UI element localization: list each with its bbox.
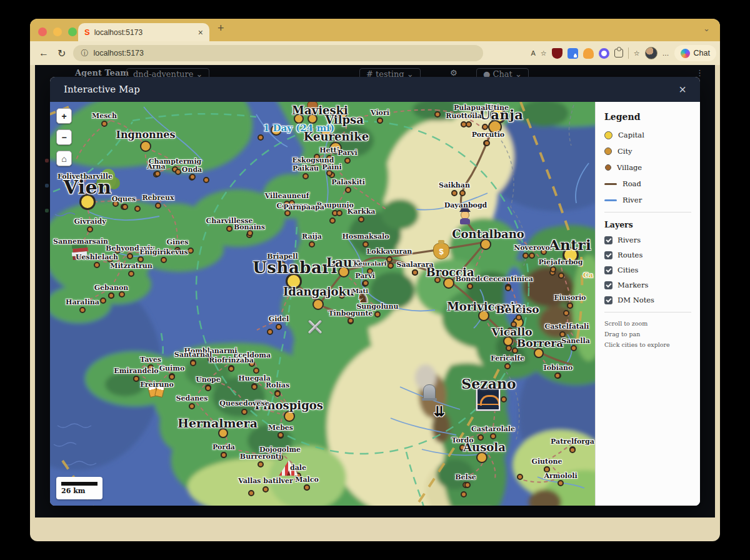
place-label[interactable]: Arna xyxy=(147,162,165,171)
place-label[interactable]: Viori xyxy=(371,109,389,117)
place-label[interactable]: Castelfatali xyxy=(545,322,589,331)
place-dot[interactable] xyxy=(190,360,196,366)
zoom-home-button[interactable]: ⌂ xyxy=(56,151,72,166)
checkbox-checked-icon[interactable] xyxy=(604,251,612,259)
place-label[interactable]: dale xyxy=(290,464,306,472)
place-label[interactable]: Burreronti xyxy=(240,452,281,461)
layer-toggle-routes[interactable]: Routes xyxy=(604,251,691,259)
copilot-chat-button[interactable]: Chat xyxy=(674,45,716,61)
place-dot[interactable] xyxy=(189,403,195,409)
place-label[interactable]: Guimo xyxy=(159,364,185,372)
place-dot[interactable] xyxy=(386,256,392,262)
place-dot[interactable] xyxy=(100,298,106,304)
place-label[interactable]: Porda xyxy=(212,443,235,451)
place-label[interactable]: Idangajoku xyxy=(283,285,354,298)
place-dot[interactable] xyxy=(434,111,441,118)
place-label[interactable]: Piejaferbog xyxy=(539,258,583,266)
place-dot[interactable] xyxy=(326,170,332,176)
place-label[interactable]: Lokkavuran xyxy=(367,248,412,256)
place-label[interactable]: Givraidy xyxy=(74,218,106,226)
place-label[interactable]: Armololi xyxy=(544,472,577,480)
place-dot[interactable] xyxy=(79,307,86,313)
place-label[interactable]: Hernalmera xyxy=(178,416,258,430)
fantasy-map[interactable]: 1 Day (24 mi)VienUshabariUanjaAntriIngno… xyxy=(50,102,595,506)
checkbox-checked-icon[interactable] xyxy=(604,281,612,289)
place-dot[interactable] xyxy=(267,329,273,335)
place-dot[interactable] xyxy=(128,271,134,277)
place-dot[interactable] xyxy=(221,452,227,458)
place-dot[interactable] xyxy=(461,491,467,498)
layer-toggle-rivers[interactable]: Rivers xyxy=(604,236,691,244)
place-label[interactable]: Parnpaapa xyxy=(283,203,324,211)
place-dot[interactable] xyxy=(278,432,284,438)
place-dot[interactable] xyxy=(484,140,490,146)
extensions-puzzle-icon[interactable] xyxy=(614,49,623,58)
money-bag-marker[interactable]: $ xyxy=(433,243,449,259)
place-label[interactable]: Noverovo xyxy=(514,244,550,252)
place-dot[interactable] xyxy=(258,461,264,468)
place-label[interactable]: Folivetbarville xyxy=(58,172,112,181)
place-dot[interactable] xyxy=(87,226,93,232)
favorite-star-icon[interactable]: ☆ xyxy=(541,48,547,59)
place-label[interactable]: Sezano xyxy=(461,376,516,392)
place-label[interactable]: Belciso xyxy=(496,303,539,316)
place-label[interactable]: Freiruno xyxy=(140,381,174,389)
place-label[interactable]: Ca xyxy=(583,271,593,279)
place-dot[interactable] xyxy=(506,345,512,351)
place-dot[interactable] xyxy=(251,384,258,390)
place-label[interactable]: Rebreux xyxy=(142,194,174,202)
place-label[interactable]: Emirandelo xyxy=(114,367,158,375)
place-label[interactable]: Onda xyxy=(182,166,202,174)
place-label[interactable]: Keurenike xyxy=(304,130,369,143)
place-dot[interactable] xyxy=(358,216,364,222)
place-label[interactable]: Bonains xyxy=(234,223,265,231)
place-label[interactable]: Mati xyxy=(352,288,368,294)
zoom-out-button[interactable]: − xyxy=(56,129,72,145)
place-label[interactable]: Hetti xyxy=(319,146,339,154)
place-dot[interactable] xyxy=(345,187,351,193)
channel-dropdown[interactable]: # testing ⌄ xyxy=(359,68,421,77)
place-label[interactable]: Pulapuaki xyxy=(454,104,492,112)
place-dot[interactable] xyxy=(302,173,309,179)
place-dot[interactable] xyxy=(189,174,196,180)
minimize-window-button[interactable] xyxy=(53,28,62,36)
place-dot[interactable] xyxy=(108,292,114,299)
place-dot[interactable] xyxy=(154,171,161,177)
place-dot[interactable] xyxy=(203,177,209,183)
place-label[interactable]: Malco xyxy=(295,476,319,484)
place-dot[interactable] xyxy=(344,158,351,164)
place-dot[interactable] xyxy=(567,302,573,309)
place-label[interactable]: Borrera xyxy=(517,337,563,349)
place-label[interactable]: Riofrinzaba xyxy=(209,356,254,364)
place-dot[interactable] xyxy=(558,272,564,279)
place-label[interactable]: Keuralari xyxy=(353,260,386,267)
place-dot[interactable] xyxy=(504,363,511,369)
place-dot[interactable] xyxy=(529,252,535,259)
place-label[interactable]: Saikhan xyxy=(439,181,470,189)
place-label[interactable]: Haralina xyxy=(66,298,99,306)
place-label[interactable]: Patrelforga xyxy=(551,438,594,446)
place-label[interactable]: Contalbano xyxy=(452,228,524,241)
place-dot[interactable] xyxy=(169,374,175,380)
zoom-in-button[interactable]: + xyxy=(56,108,72,124)
place-label[interactable]: Ueshlelach xyxy=(76,253,118,261)
place-dot[interactable] xyxy=(412,269,418,276)
close-icon[interactable]: × xyxy=(679,83,686,96)
place-label[interactable]: Briapell xyxy=(267,252,298,261)
place-label[interactable]: Parvi xyxy=(338,149,357,157)
place-dot[interactable] xyxy=(94,262,100,268)
workspace-dropdown[interactable]: dnd-adventure ⌄ xyxy=(126,68,209,77)
checkbox-checked-icon[interactable] xyxy=(604,296,612,304)
place-label[interactable]: Taves xyxy=(140,356,161,364)
place-label[interactable]: Iobiano xyxy=(544,364,573,372)
close-window-button[interactable] xyxy=(38,28,47,36)
swords-marker[interactable] xyxy=(304,316,326,338)
maximize-window-button[interactable] xyxy=(68,28,77,36)
place-label[interactable]: Enigirikevus xyxy=(139,248,188,256)
place-label[interactable]: Karkka xyxy=(348,208,376,216)
place-label[interactable]: Fiusorio xyxy=(554,294,586,302)
place-dot[interactable] xyxy=(205,385,211,391)
place-dot[interactable] xyxy=(467,283,473,289)
place-dot[interactable] xyxy=(362,241,369,248)
ublock-icon[interactable] xyxy=(552,48,562,59)
